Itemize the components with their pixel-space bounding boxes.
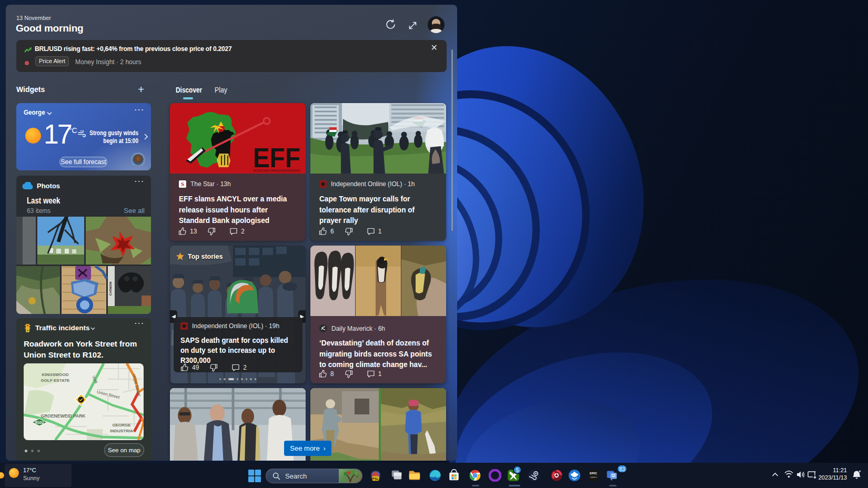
svg-text:GOLF ESTATE: GOLF ESTATE [41, 378, 70, 383]
svg-text:S: S [181, 181, 184, 187]
svg-text:GROENEWEID PARK: GROENEWEID PARK [41, 413, 86, 419]
svg-text:GAMES: GAMES [590, 476, 597, 479]
svg-text:EPIC: EPIC [590, 472, 598, 475]
svg-text:ECONOMIC FREEDOM FIGHTERS: ECONOMIC FREEDOM FIGHTERS [253, 169, 301, 172]
svg-text:R102: R102 [35, 421, 44, 424]
svg-text:CARBON: CARBON [109, 282, 112, 296]
svg-text:INDUSTRIA: INDUSTRIA [110, 429, 133, 433]
svg-text:KINGSWOOD: KINGSWOOD [42, 372, 68, 377]
svg-text:GEORGE: GEORGE [112, 423, 131, 428]
svg-text:PSL: PSL [372, 477, 379, 481]
